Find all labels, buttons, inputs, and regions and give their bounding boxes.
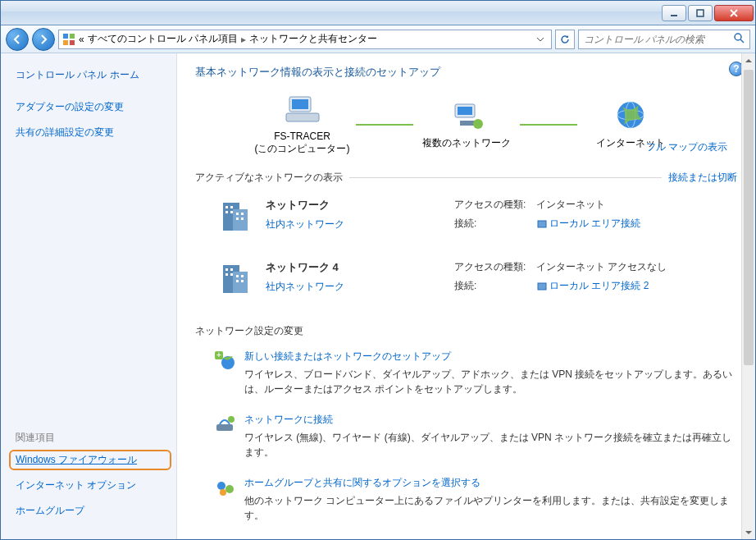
- back-button[interactable]: [6, 28, 29, 51]
- svg-rect-2: [63, 34, 68, 39]
- scroll-down-icon[interactable]: [742, 525, 755, 539]
- sidebar-link-sharing[interactable]: 共有の詳細設定の変更: [16, 126, 165, 140]
- network-card: ネットワーク 社内ネットワーク アクセスの種類:インターネット 接続:ローカル …: [195, 188, 737, 250]
- connection-link[interactable]: ローカル エリア接続: [549, 217, 640, 229]
- breadcrumb-2[interactable]: ネットワークと共有センター: [249, 32, 377, 46]
- network-type-link[interactable]: 社内ネットワーク: [266, 218, 344, 230]
- svg-rect-1: [697, 10, 704, 16]
- map-node-1-sub: (このコンピューター): [255, 142, 350, 156]
- settings-item-desc: ワイヤレス (無線)、ワイヤード (有線)、ダイヤルアップ、または VPN ネッ…: [244, 430, 737, 460]
- access-type-value: インターネット アクセスなし: [536, 260, 667, 274]
- settings-item-desc: 他のネットワーク コンピューター上にあるファイルやプリンターを利用します。または…: [244, 493, 737, 523]
- new-connection-icon: +: [213, 350, 236, 373]
- close-button[interactable]: [714, 5, 754, 21]
- network-card: ネットワーク 4 社内ネットワーク アクセスの種類:インターネット アクセスなし…: [195, 250, 737, 313]
- nic-icon: [536, 218, 548, 230]
- svg-rect-28: [538, 221, 546, 227]
- sidebar: コントロール パネル ホーム アダプターの設定の変更 共有の詳細設定の変更 関連…: [1, 53, 177, 539]
- svg-rect-0: [671, 15, 677, 16]
- active-networks-header: アクティブなネットワークの表示: [195, 171, 343, 185]
- sidebar-link-inetopt[interactable]: インターネット オプション: [16, 478, 165, 492]
- settings-item-title[interactable]: ホームグループと共有に関するオプションを選択する: [244, 476, 737, 490]
- svg-rect-39: [538, 283, 546, 290]
- sidebar-home-link[interactable]: コントロール パネル ホーム: [16, 68, 165, 82]
- settings-item-title[interactable]: 新しい接続またはネットワークのセットアップ: [244, 350, 737, 364]
- settings-item-desc: ワイヤレス、ブロードバンド、ダイヤルアップ、アドホック、または VPN 接続をセ…: [244, 367, 737, 396]
- svg-rect-35: [236, 275, 239, 277]
- svg-point-44: [228, 416, 235, 423]
- address-bar[interactable]: « すべてのコントロール パネル項目 ▸ ネットワークと共有センター: [58, 30, 552, 49]
- computer-icon: [283, 93, 322, 126]
- svg-point-14: [473, 119, 483, 129]
- access-type-value: インターネット: [536, 198, 605, 212]
- breadcrumb-1[interactable]: すべてのコントロール パネル項目: [88, 32, 238, 46]
- map-connector-1: [356, 124, 413, 126]
- network-settings-header: ネットワーク設定の変更: [195, 324, 737, 338]
- svg-rect-12: [458, 107, 472, 115]
- svg-rect-25: [241, 213, 244, 215]
- connect-disconnect-link[interactable]: 接続または切断: [668, 171, 737, 185]
- svg-rect-23: [230, 211, 233, 213]
- svg-line-7: [740, 39, 744, 43]
- svg-rect-26: [236, 217, 239, 220]
- svg-rect-30: [233, 272, 248, 293]
- search-input[interactable]: [584, 34, 733, 45]
- sidebar-link-homegroup[interactable]: ホームグループ: [16, 504, 165, 518]
- breadcrumb-prefix: «: [79, 34, 84, 45]
- svg-point-45: [217, 482, 225, 490]
- svg-point-47: [220, 489, 226, 496]
- svg-rect-34: [230, 273, 233, 276]
- control-panel-icon: [62, 33, 75, 46]
- scroll-up-icon[interactable]: [742, 53, 755, 67]
- active-networks-header-row: アクティブなネットワークの表示 接続または切断: [195, 171, 737, 185]
- network-building-icon: [216, 198, 254, 236]
- access-type-label: アクセスの種類:: [454, 260, 536, 274]
- svg-rect-4: [63, 40, 68, 45]
- search-box[interactable]: [578, 30, 750, 49]
- scroll-thumb[interactable]: [744, 70, 754, 365]
- svg-point-46: [225, 485, 234, 493]
- network-hub-icon: [447, 98, 486, 131]
- sidebar-link-firewall[interactable]: Windows ファイアウォール: [16, 453, 165, 467]
- connect-icon: [213, 413, 236, 436]
- svg-rect-9: [292, 99, 308, 109]
- network-type-link[interactable]: 社内ネットワーク: [266, 281, 344, 292]
- minimize-button[interactable]: [662, 5, 686, 21]
- svg-rect-31: [225, 268, 228, 271]
- sidebar-link-adapter[interactable]: アダプターの設定の変更: [16, 100, 165, 114]
- globe-icon: [611, 98, 650, 131]
- network-name: ネットワーク 4: [266, 260, 454, 275]
- forward-button[interactable]: [32, 28, 55, 51]
- network-building-icon: [216, 260, 254, 298]
- map-node-multiple[interactable]: 複数のネットワーク: [413, 98, 520, 150]
- svg-rect-19: [233, 209, 248, 231]
- refresh-button[interactable]: [555, 30, 575, 49]
- svg-rect-5: [70, 40, 75, 45]
- settings-item-connect[interactable]: ネットワークに接続 ワイヤレス (無線)、ワイヤード (有線)、ダイヤルアップ、…: [195, 406, 737, 469]
- svg-rect-3: [70, 34, 75, 39]
- map-node-this-pc[interactable]: FS-TRACER (このコンピューター): [249, 93, 356, 156]
- search-icon[interactable]: [733, 32, 745, 47]
- full-map-link[interactable]: フル マップの表示: [646, 140, 727, 154]
- svg-point-6: [735, 34, 741, 40]
- svg-rect-21: [230, 206, 233, 208]
- svg-rect-10: [286, 113, 319, 121]
- map-connector-2: [520, 124, 577, 126]
- main-panel: ? 基本ネットワーク情報の表示と接続のセットアップ FS-TRACER (このコ…: [177, 53, 755, 539]
- settings-item-title[interactable]: ネットワークに接続: [244, 413, 737, 427]
- svg-rect-27: [241, 217, 244, 220]
- map-node-1-label: FS-TRACER: [274, 130, 330, 142]
- vertical-scrollbar[interactable]: [741, 53, 755, 539]
- svg-rect-43: [216, 424, 233, 431]
- access-type-label: アクセスの種類:: [454, 198, 536, 212]
- address-dropdown-icon[interactable]: [533, 30, 548, 48]
- maximize-button[interactable]: [688, 5, 713, 21]
- breadcrumb-sep-icon: ▸: [241, 34, 246, 45]
- svg-rect-36: [241, 275, 244, 277]
- settings-item-homegroup[interactable]: ホームグループと共有に関するオプションを選択する 他のネットワーク コンピュータ…: [195, 469, 737, 533]
- svg-rect-33: [225, 273, 228, 276]
- settings-item-new-connection[interactable]: + 新しい接続またはネットワークのセットアップ ワイヤレス、ブロードバンド、ダイ…: [195, 343, 737, 406]
- connection-link[interactable]: ローカル エリア接続 2: [549, 280, 649, 291]
- svg-rect-32: [230, 268, 233, 271]
- network-name: ネットワーク: [266, 198, 454, 213]
